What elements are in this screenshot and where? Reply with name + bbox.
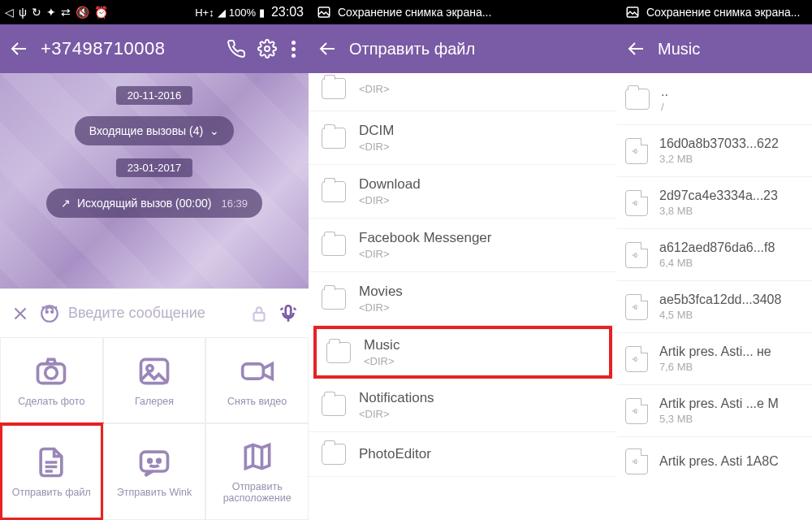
file-name: 16d0a8b37033...622 [659,136,779,151]
folder-row[interactable]: DCIM<DIR> [309,111,617,165]
music-folder-highlight: Music<DIR> [313,326,612,379]
message-input-row: Введите сообщение [0,288,309,337]
attach-location[interactable]: Отправить расположение [205,423,309,521]
file-row[interactable]: 16d0a8b37033...6223,2 MB [617,125,812,177]
appbar-title: Music [658,40,802,58]
close-icon[interactable] [10,303,31,324]
back-triangle-icon: ◁ [5,6,14,19]
folder-icon [322,395,346,416]
chat-messages[interactable]: 20-11-2016 Входящие вызовы (4) ⌄ 23-01-2… [0,73,309,288]
attach-photo[interactable]: Сделать фото [0,337,103,423]
folder-name: Music [364,337,400,353]
svg-point-2 [46,310,48,312]
music-appbar: Music [617,24,812,73]
music-file-list[interactable]: ../ 16d0a8b37033...6223,2 MB 2d97ca4e333… [617,73,812,486]
wink-icon [136,444,172,480]
wifi-icon: ⇄ [61,6,71,19]
incoming-calls-pill[interactable]: Входящие вызовы (4) ⌄ [75,116,234,145]
folder-name: Movies [359,284,403,300]
attach-grid: Сделать фото Галерея Снять видео Отправи… [0,337,309,520]
file-icon [33,444,69,480]
file-name: Artik pres. Asti 1A8C [659,454,779,469]
outgoing-call-pill[interactable]: ↗ Исходящий вызов (00:00) 16:39 [46,188,262,218]
mic-icon[interactable] [278,303,299,324]
camera-icon [33,353,69,389]
folder-icon [326,342,351,363]
file-row[interactable]: 2d97ca4e3334a...233,8 MB [617,177,812,229]
status-bar: ◁ ψ ↻ ✦ ⇄ 🔇 ⏰ H+↕ ◢ 100% ▮ 23:03 [0,0,309,24]
file-name: a612aed876da6...f8 [659,240,775,255]
phone-number[interactable]: +37498710008 [41,38,215,59]
folder-row[interactable]: Facebook Messenger<DIR> [309,219,617,272]
parent-folder-row[interactable]: ../ [617,73,812,125]
file-name: ae5b3fca12dd...3408 [659,292,781,307]
svg-rect-4 [254,312,265,320]
chat-appbar: +37498710008 [0,24,309,73]
saving-text: Сохранение снимка экрана... [338,6,491,19]
file-picker-screen: Сохранение снимка экрана... Отправить фа… [309,0,617,520]
sync-icon: ↻ [32,6,41,19]
appbar-title: Отправить файл [349,40,607,58]
image-icon [317,5,331,20]
svg-rect-11 [140,452,167,471]
back-icon[interactable] [318,39,338,58]
parent-label: .. [661,84,668,99]
sticker-icon[interactable] [39,303,60,324]
svg-rect-10 [242,364,263,379]
clock: 23:03 [271,5,304,20]
file-name: Artik pres. Asti... не [659,344,771,359]
message-input[interactable]: Введите сообщение [68,305,240,322]
attach-video[interactable]: Снять видео [205,337,309,423]
dir-label: <DIR> [359,83,390,95]
status-bar: Сохранение снимка экрана... [309,0,617,24]
svg-point-12 [149,460,152,463]
more-icon[interactable] [288,41,299,58]
folder-row[interactable]: Download<DIR> [309,165,617,219]
audio-file-icon [625,294,648,320]
audio-file-icon [625,138,648,164]
outgoing-call-text: Исходящий вызов (00:00) [77,197,211,210]
folder-name: Notifications [359,390,434,406]
network-icon: H+↕ [195,6,214,19]
file-size: 4,5 MB [659,309,781,321]
audio-file-icon [625,346,648,372]
back-icon[interactable] [10,39,29,58]
battery-pct: 100% [229,6,256,19]
folder-icon [322,444,346,465]
file-row[interactable]: Artik pres. Asti ...e M5,3 MB [617,385,812,437]
call-icon[interactable] [227,39,246,58]
lock-icon[interactable] [248,303,270,324]
folder-row-music[interactable]: Music<DIR> [317,329,609,375]
attach-label: Этправить Wink [114,487,196,498]
file-row[interactable]: ae5b3fca12dd...34084,5 MB [617,281,812,333]
folder-row[interactable]: Movies<DIR> [309,272,617,326]
music-folder-screen: Сохранение снимка экрана... Music ../ 16… [617,0,812,520]
dir-label: <DIR> [359,194,421,206]
arrow-out-icon: ↗ [61,197,71,210]
folder-row[interactable]: <DIR> [309,73,617,111]
attach-gallery[interactable]: Галерея [103,337,206,423]
settings-icon[interactable] [257,39,277,58]
folder-name: Facebook Messenger [359,230,491,246]
dir-label: <DIR> [359,248,491,260]
video-icon [240,353,275,389]
file-picker-appbar: Отправить файл [309,24,617,73]
attach-file[interactable]: Отправить файл [0,423,103,521]
folder-icon [322,78,346,99]
svg-point-7 [45,366,58,379]
attach-label: Сделать фото [15,396,88,407]
folder-row[interactable]: Notifications<DIR> [309,379,617,432]
folder-icon [625,89,650,110]
dir-label: <DIR> [359,141,394,153]
file-row[interactable]: Artik pres. Asti... не7,6 MB [617,333,812,385]
folder-icon [322,128,346,149]
file-row[interactable]: a612aed876da6...f86,4 MB [617,229,812,281]
folder-list[interactable]: <DIR> DCIM<DIR> Download<DIR> Facebook M… [309,73,617,477]
file-row[interactable]: Artik pres. Asti 1A8C [617,437,812,486]
folder-row[interactable]: PhotoEditor [309,432,617,477]
audio-file-icon [625,242,648,268]
signal-icon: ◢ [218,6,226,19]
back-icon[interactable] [627,39,646,58]
attach-wink[interactable]: Этправить Wink [103,423,206,521]
file-name: Artik pres. Asti ...e M [659,396,779,411]
